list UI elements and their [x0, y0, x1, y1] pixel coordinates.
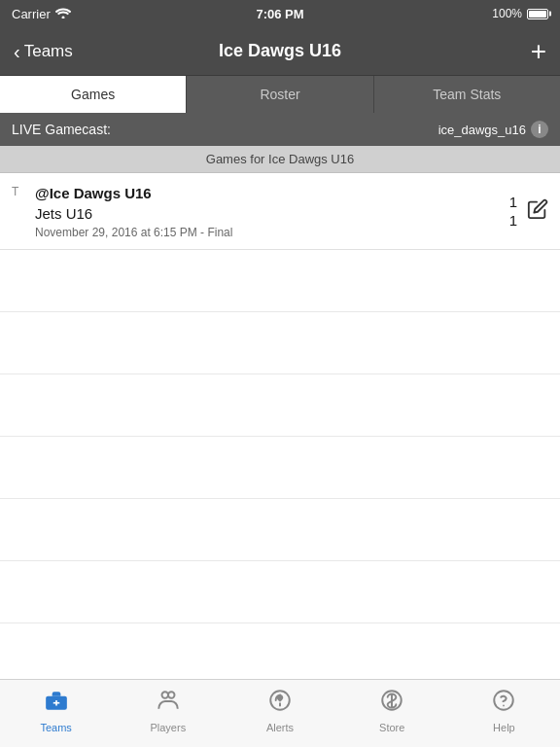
svg-point-3: [161, 692, 168, 698]
empty-row: [0, 312, 560, 374]
bottom-tab-teams[interactable]: Teams: [0, 688, 112, 739]
gamecast-id-text: ice_dawgs_u16: [438, 123, 526, 137]
status-left: Carrier: [12, 7, 71, 21]
alerts-icon: [267, 688, 293, 719]
help-tab-label: Help: [493, 722, 515, 733]
games-header-text: Games for Ice Dawgs U16: [206, 152, 354, 166]
tab-games[interactable]: Games: [0, 76, 187, 113]
game-date: November 29, 2016 at 6:15 PM - Final: [35, 226, 509, 239]
status-right: 100%: [492, 7, 548, 20]
bottom-tab-alerts[interactable]: Alerts: [224, 688, 335, 739]
bottom-tab-help[interactable]: Help: [448, 688, 560, 739]
top-tab-bar: Games Roster Team Stats: [0, 76, 560, 113]
battery-icon: [527, 9, 548, 19]
bottom-tab-bar: Teams Players Alerts: [0, 679, 560, 747]
players-icon: [156, 688, 181, 719]
tab-team-stats[interactable]: Team Stats: [374, 76, 560, 113]
empty-row: [0, 437, 560, 499]
table-row: T @Ice Dawgs U16 Jets U16 November 29, 2…: [0, 173, 560, 250]
nav-title: Ice Dawgs U16: [219, 41, 341, 61]
game-team2-name: Jets U16: [35, 203, 509, 224]
status-bar: Carrier 7:06 PM 100%: [0, 0, 560, 27]
status-time: 7:06 PM: [256, 7, 303, 21]
carrier-label: Carrier: [12, 7, 51, 21]
back-label: Teams: [24, 42, 73, 61]
gamecast-bar: LIVE Gamecast: ice_dawgs_u16 i: [0, 113, 560, 146]
game-score2: 1: [509, 212, 517, 229]
store-tab-label: Store: [379, 722, 404, 733]
tab-team-stats-label: Team Stats: [433, 87, 501, 102]
add-button[interactable]: +: [531, 38, 546, 65]
help-icon: [491, 688, 516, 719]
empty-row: [0, 623, 560, 681]
svg-point-4: [168, 692, 175, 698]
wifi-icon: [55, 7, 71, 21]
bottom-tab-store[interactable]: Store: [336, 688, 448, 739]
bottom-tab-players[interactable]: Players: [112, 688, 224, 739]
empty-row: [0, 499, 560, 561]
empty-row: [0, 561, 560, 623]
game-team1-name: @Ice Dawgs U16: [35, 183, 509, 203]
svg-point-6: [279, 704, 281, 706]
game-edit-button[interactable]: [527, 198, 548, 225]
svg-point-9: [504, 705, 506, 707]
games-section-header: Games for Ice Dawgs U16: [0, 146, 560, 173]
alerts-tab-label: Alerts: [266, 722, 294, 733]
tab-roster-label: Roster: [260, 87, 299, 102]
game-scores: 1 1: [509, 194, 517, 229]
players-tab-label: Players: [150, 722, 186, 733]
gamecast-info-icon[interactable]: i: [531, 121, 548, 138]
game-row-letter: T: [12, 183, 29, 198]
game-info: @Ice Dawgs U16 Jets U16 November 29, 201…: [35, 183, 509, 239]
info-icon-label: i: [538, 123, 541, 136]
games-content-area: T @Ice Dawgs U16 Jets U16 November 29, 2…: [0, 173, 560, 681]
empty-row: [0, 250, 560, 312]
teams-tab-label: Teams: [40, 722, 71, 733]
teams-icon: [44, 688, 69, 719]
empty-row: [0, 374, 560, 437]
gamecast-id-area: ice_dawgs_u16 i: [438, 121, 548, 138]
tab-roster[interactable]: Roster: [187, 76, 373, 113]
battery-percent: 100%: [492, 7, 522, 20]
nav-bar: ‹ Teams Ice Dawgs U16 +: [0, 27, 560, 76]
tab-games-label: Games: [71, 87, 115, 102]
gamecast-label: LIVE Gamecast:: [12, 122, 111, 137]
back-chevron-icon: ‹: [14, 42, 20, 61]
store-icon: [379, 688, 404, 719]
game-score1: 1: [509, 194, 517, 210]
back-button[interactable]: ‹ Teams: [14, 42, 73, 61]
